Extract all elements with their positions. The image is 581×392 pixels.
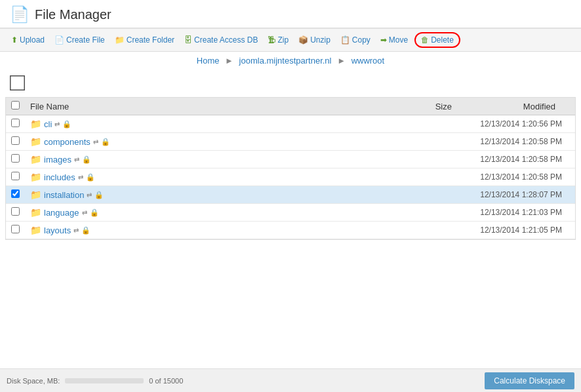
folder-name-link[interactable]: components bbox=[44, 137, 90, 147]
delete-button[interactable]: 🗑 Delete bbox=[414, 32, 460, 48]
folder-name-link[interactable]: layouts bbox=[44, 225, 71, 235]
folder-name-link[interactable]: language bbox=[44, 208, 79, 218]
calculate-diskspace-button[interactable]: Calculate Diskspace bbox=[485, 372, 574, 389]
table-row: 📁installation⇄🔒12/13/2014 1:28:07 PM bbox=[6, 186, 575, 204]
file-size-cell bbox=[405, 186, 457, 204]
file-size-cell bbox=[405, 133, 457, 151]
unzip-icon: 📦 bbox=[298, 35, 308, 45]
header-icon: 📄 bbox=[10, 5, 30, 24]
breadcrumb-path1[interactable]: joomla.mijntestpartner.nl bbox=[239, 56, 332, 66]
disk-space-label: Disk Space, MB: bbox=[7, 377, 60, 385]
create-file-button[interactable]: 📄 Create File bbox=[50, 33, 110, 47]
upload-button[interactable]: ⬆ Upload bbox=[7, 33, 49, 47]
arrows-icon: ⇄ bbox=[82, 209, 87, 216]
arrows-icon: ⇄ bbox=[54, 121, 60, 128]
table-row: 📁includes⇄🔒12/13/2014 1:20:58 PM bbox=[6, 168, 575, 186]
disk-progress-bar bbox=[65, 378, 144, 383]
folder-icon: 📁 bbox=[30, 136, 41, 147]
table-row: 📁language⇄🔒12/13/2014 1:21:03 PM bbox=[6, 204, 575, 222]
unzip-button[interactable]: 📦 Unzip bbox=[294, 33, 335, 47]
page-title: File Manager bbox=[35, 7, 111, 22]
file-size-cell bbox=[405, 204, 457, 222]
folder-icon: 📁 bbox=[30, 172, 41, 182]
move-button[interactable]: ➡ Move bbox=[376, 33, 412, 47]
col-check bbox=[6, 98, 25, 115]
create-file-icon: 📄 bbox=[54, 35, 64, 45]
create-folder-button[interactable]: 📁 Create Folder bbox=[110, 33, 179, 47]
table-row: 📁cli⇄🔒12/13/2014 1:20:56 PM bbox=[6, 115, 575, 133]
row-checkbox[interactable] bbox=[11, 172, 20, 180]
folder-name-link[interactable]: images bbox=[44, 155, 71, 165]
file-name-cell: 📁includes⇄🔒 bbox=[25, 168, 405, 186]
current-folder-icon: □ bbox=[0, 67, 581, 97]
file-modified-cell: 12/13/2014 1:20:56 PM bbox=[457, 115, 575, 133]
lock-icon: 🔒 bbox=[101, 138, 110, 146]
zip-button[interactable]: 🗜 Zip bbox=[263, 33, 293, 47]
arrows-icon: ⇄ bbox=[78, 174, 83, 181]
file-modified-cell: 12/13/2014 1:20:58 PM bbox=[457, 168, 575, 186]
delete-icon: 🗑 bbox=[421, 35, 429, 45]
create-access-db-icon: 🗄 bbox=[184, 35, 192, 45]
breadcrumb-path2: wwwroot bbox=[351, 56, 385, 66]
breadcrumb-arrow-1: ► bbox=[225, 56, 233, 66]
folder-icon: 📁 bbox=[30, 225, 41, 235]
file-name-cell: 📁components⇄🔒 bbox=[25, 133, 405, 150]
file-size-cell bbox=[405, 151, 457, 168]
status-bar: Disk Space, MB: 0 of 15000 Calculate Dis… bbox=[0, 368, 581, 392]
row-checkbox[interactable] bbox=[11, 136, 20, 145]
file-table-container: File Name Size Modified 📁cli⇄🔒12/13/2014… bbox=[5, 97, 576, 240]
folder-icon: 📁 bbox=[30, 154, 41, 165]
col-filename: File Name bbox=[25, 98, 405, 115]
lock-icon: 🔒 bbox=[62, 120, 71, 128]
table-row: 📁layouts⇄🔒12/13/2014 1:21:05 PM bbox=[6, 222, 575, 239]
copy-icon: 📋 bbox=[340, 35, 350, 45]
col-size: Size bbox=[405, 98, 457, 115]
file-name-cell: 📁language⇄🔒 bbox=[25, 204, 405, 221]
folder-icon: 📁 bbox=[30, 207, 41, 218]
arrows-icon: ⇄ bbox=[74, 156, 79, 163]
folder-name-link[interactable]: cli bbox=[44, 119, 52, 129]
row-checkbox[interactable] bbox=[11, 189, 20, 198]
lock-icon: 🔒 bbox=[86, 173, 95, 182]
copy-button[interactable]: 📋 Copy bbox=[336, 33, 375, 47]
create-access-db-button[interactable]: 🗄 Create Access DB bbox=[180, 33, 262, 47]
arrows-icon: ⇄ bbox=[93, 138, 98, 146]
file-modified-cell: 12/13/2014 1:21:05 PM bbox=[457, 222, 575, 239]
row-checkbox[interactable] bbox=[11, 119, 20, 127]
create-folder-icon: 📁 bbox=[115, 35, 125, 45]
file-modified-cell: 12/13/2014 1:21:03 PM bbox=[457, 204, 575, 222]
row-checkbox[interactable] bbox=[11, 154, 20, 163]
select-all-checkbox[interactable] bbox=[11, 101, 20, 109]
folder-name-link[interactable]: installation bbox=[44, 190, 84, 200]
upload-icon: ⬆ bbox=[11, 35, 18, 45]
disk-value: 0 of 15000 bbox=[149, 377, 183, 385]
lock-icon: 🔒 bbox=[94, 191, 104, 199]
table-row: 📁components⇄🔒12/13/2014 1:20:58 PM bbox=[6, 133, 575, 151]
file-table: File Name Size Modified 📁cli⇄🔒12/13/2014… bbox=[6, 98, 575, 239]
file-size-cell bbox=[405, 168, 457, 186]
lock-icon: 🔒 bbox=[81, 226, 90, 235]
file-name-cell: 📁layouts⇄🔒 bbox=[25, 222, 405, 239]
lock-icon: 🔒 bbox=[82, 155, 91, 164]
toolbar: ⬆ Upload 📄 Create File 📁 Create Folder 🗄… bbox=[0, 29, 581, 52]
table-row: 📁images⇄🔒12/13/2014 1:20:58 PM bbox=[6, 151, 575, 168]
file-modified-cell: 12/13/2014 1:20:58 PM bbox=[457, 151, 575, 168]
header: 📄 File Manager bbox=[0, 0, 581, 29]
file-modified-cell: 12/13/2014 1:20:58 PM bbox=[457, 133, 575, 151]
arrows-icon: ⇄ bbox=[87, 191, 92, 199]
folder-icon: 📁 bbox=[30, 189, 41, 200]
move-icon: ➡ bbox=[380, 35, 387, 45]
breadcrumb-home[interactable]: Home bbox=[197, 56, 220, 66]
arrows-icon: ⇄ bbox=[73, 227, 79, 234]
breadcrumb-arrow-2: ► bbox=[337, 56, 346, 66]
lock-icon: 🔒 bbox=[90, 208, 99, 217]
file-size-cell bbox=[405, 222, 457, 239]
row-checkbox[interactable] bbox=[11, 207, 20, 216]
folder-icon: 📁 bbox=[30, 119, 41, 129]
file-name-cell: 📁cli⇄🔒 bbox=[25, 115, 405, 132]
file-name-cell: 📁installation⇄🔒 bbox=[25, 186, 405, 203]
zip-icon: 🗜 bbox=[268, 35, 275, 45]
row-checkbox[interactable] bbox=[11, 225, 20, 233]
folder-name-link[interactable]: includes bbox=[44, 172, 75, 182]
file-size-cell bbox=[405, 115, 457, 133]
